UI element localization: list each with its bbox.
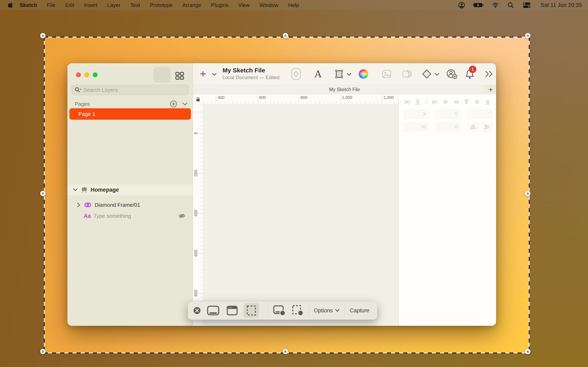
record-entire-screen-icon[interactable] [273, 305, 286, 316]
pages-header: Pages [75, 101, 169, 107]
mask-tool-button [402, 63, 412, 85]
chevron-down-icon[interactable] [73, 188, 78, 192]
selection-handle-left-middle[interactable] [40, 191, 45, 196]
notifications-button[interactable]: 1 [465, 63, 475, 85]
shape-tool-button [291, 63, 302, 85]
sidebar: Pages Page 1 [67, 63, 193, 326]
capture-button[interactable]: Capture [350, 308, 369, 314]
main-area: + My Sketch File Local Document — Edited… [193, 63, 496, 326]
new-tab-button[interactable]: + [485, 85, 496, 94]
v-ruler-label: 600 [194, 249, 198, 258]
document-status: Local Document — Edited [223, 75, 279, 80]
grid-view-toggle[interactable] [175, 72, 184, 80]
distribute-horizontally-icon [404, 99, 410, 105]
desktop: Sketch File Edit Insert Layer Text Proto… [0, 0, 588, 367]
flip-vertical-button [481, 122, 493, 132]
artboard-name: Homepage [91, 187, 119, 193]
x-position-field: X [403, 109, 429, 119]
v-ruler-label: 400 [194, 209, 198, 218]
canvas[interactable] [203, 104, 398, 326]
layer-list-view-toggle[interactable] [154, 67, 171, 83]
close-window-button[interactable] [76, 72, 81, 77]
y-field-label: Y [454, 111, 458, 117]
capture-entire-screen-icon[interactable] [207, 305, 219, 316]
artboard-row-homepage[interactable]: Homepage [67, 184, 193, 196]
capture-selection-tool-selected[interactable] [243, 303, 259, 318]
document-tab[interactable]: My Sketch File [329, 87, 360, 92]
selection-handle-top-left[interactable] [40, 33, 45, 38]
close-capture-icon[interactable] [193, 307, 201, 315]
record-selection-icon[interactable] [292, 305, 304, 316]
flip-vertical-icon [484, 124, 490, 130]
frame-tool-button[interactable] [334, 63, 345, 85]
width-field-label: W [421, 124, 426, 130]
align-middle-vertical-icon [474, 99, 480, 105]
content-area: 400 600 800 1,000 1,200 0 200 400 600 80… [193, 94, 496, 326]
double-chevron-right-icon [484, 70, 494, 78]
insert-plus-button[interactable]: + [200, 68, 206, 80]
layer-row-symbol[interactable]: Diamond Frame/01 [67, 200, 193, 210]
options-label: Options [314, 308, 333, 314]
x-field-label: X [423, 111, 426, 117]
document-tab-bar: My Sketch File + [193, 85, 496, 94]
page-list-item-page1[interactable]: Page 1 [69, 108, 191, 120]
search-layers-field[interactable] [71, 85, 189, 95]
zoom-window-button[interactable] [93, 72, 98, 77]
capture-window-icon[interactable] [226, 305, 238, 316]
lock-icon [196, 97, 200, 102]
frame-tool-chevron-icon[interactable] [346, 73, 352, 76]
selection-handle-bottom-left[interactable] [40, 349, 45, 354]
selection-handle-bottom-center[interactable] [283, 349, 288, 354]
screenshot-capture-toolbar: Options Capture [188, 301, 377, 320]
ruler-corner[interactable] [193, 94, 203, 104]
artboard-icon [81, 187, 88, 193]
add-page-icon[interactable] [169, 100, 178, 108]
selection-handle-right-middle[interactable] [525, 191, 530, 196]
symbols-button[interactable] [422, 63, 432, 85]
h-ruler-label: 600 [259, 95, 266, 100]
flip-horizontal-button [467, 122, 479, 132]
layer-name: Type something [94, 213, 131, 219]
search-layers-input[interactable] [84, 87, 186, 93]
dim-overlay-right [530, 37, 588, 353]
inspector-panel: X Y ° W H [398, 94, 496, 326]
selection-handle-bottom-right[interactable] [525, 349, 530, 354]
vertical-ruler: 0 200 400 600 800 [193, 104, 203, 326]
height-field-label: H [454, 124, 458, 130]
search-icon [75, 87, 81, 93]
y-position-field: Y [435, 109, 461, 119]
capture-options-button[interactable]: Options [314, 308, 340, 314]
insert-chevron-icon[interactable] [212, 73, 217, 76]
symbols-chevron-icon[interactable] [434, 73, 440, 76]
text-tool-icon: A [315, 68, 321, 80]
selection-handle-top-center[interactable] [283, 33, 288, 38]
document-title-block: My Sketch File Local Document — Edited [223, 67, 279, 80]
image-icon [382, 69, 392, 78]
diamond-icon [422, 69, 432, 79]
h-ruler-label: 1,000 [342, 95, 352, 100]
more-toolbar-button[interactable] [484, 63, 494, 85]
v-ruler-label: 800 [194, 289, 198, 298]
v-ruler-label: 0 [194, 129, 198, 138]
align-right-icon [453, 99, 459, 105]
canvas-area: 400 600 800 1,000 1,200 0 200 400 600 80… [193, 94, 398, 326]
selection-handle-top-right[interactable] [525, 33, 530, 38]
options-chevron-icon [335, 309, 340, 312]
h-ruler-label: 400 [218, 95, 224, 100]
collapse-pages-icon[interactable] [182, 102, 188, 106]
flip-horizontal-icon [470, 124, 476, 130]
text-tool-button[interactable]: A [315, 63, 321, 85]
mask-icon [402, 69, 412, 79]
layer-row-text[interactable]: Aa Type something [67, 211, 193, 221]
height-field: H [435, 122, 461, 132]
hidden-eye-icon[interactable] [178, 212, 186, 219]
dim-overlay-left [0, 37, 44, 353]
color-tool-button[interactable] [359, 63, 368, 85]
color-wheel-icon [359, 69, 368, 79]
collaborate-button[interactable] [446, 63, 458, 85]
align-top-icon [463, 99, 470, 105]
horizontal-ruler: 400 600 800 1,000 1,200 [203, 94, 398, 104]
alignment-toolbar [404, 98, 491, 106]
chevron-right-icon[interactable] [76, 202, 81, 208]
minimize-window-button[interactable] [84, 72, 89, 77]
